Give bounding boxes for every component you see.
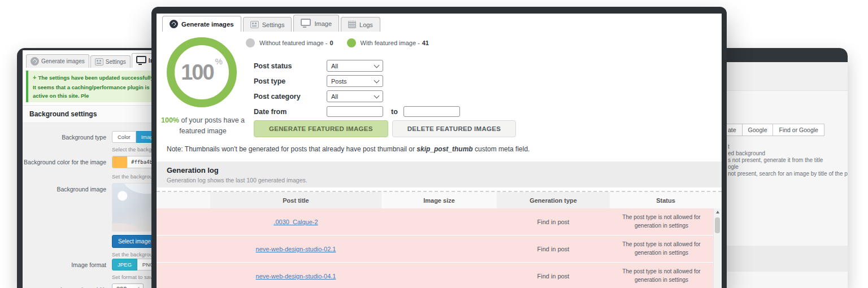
field-background-color: Background color for the image #ffba4b S…	[23, 156, 164, 180]
green-dot-icon	[347, 38, 356, 47]
donut-caption: 100% of your posts have a featured image	[160, 115, 246, 137]
delete-featured-images-button[interactable]: DELETE FEATURED IMAGES	[392, 120, 516, 137]
left-tab-settings[interactable]: Settings	[90, 55, 131, 68]
field-label: Background type	[23, 131, 112, 152]
log-table-header: Post title Image size Generation type St…	[157, 192, 722, 208]
donut-percent-value: 100	[181, 60, 213, 85]
left-tab-bar: Generate images Settings Image Logs	[23, 50, 164, 68]
post-title-link[interactable]: .0030_Calque-2	[274, 219, 318, 225]
select-image-button[interactable]: Select image	[112, 235, 157, 248]
legend-without-featured: Without featured image - 0	[246, 38, 333, 47]
table-scrollbar[interactable]	[713, 208, 721, 288]
width-input[interactable]	[115, 285, 134, 288]
thumbnails-note: Note: Thumbnails won't be generated for …	[167, 145, 530, 153]
main-tab-bar: Generate images Settings Image Logs	[157, 14, 722, 32]
header-generation-type: Generation type	[497, 192, 610, 208]
post-status-select[interactable]: All	[327, 60, 383, 72]
gray-dot-icon	[246, 38, 255, 47]
description-line: not present, search for an image by titl…	[728, 171, 848, 177]
tab-logs[interactable]: Logs	[341, 17, 380, 32]
main-window-content: Generate images Settings Image Logs 100	[157, 14, 722, 288]
generate-featured-images-button[interactable]: GENERATE FEATURED IMAGES	[254, 120, 388, 137]
left-tab-label: Generate images	[41, 58, 85, 64]
filter-date-range: Date from to	[254, 104, 460, 119]
segment-option-google[interactable]: Google	[742, 124, 774, 136]
status-cell: The post type is not allowed for generat…	[610, 263, 713, 288]
tab-label: Settings	[262, 21, 285, 28]
tab-image[interactable]: Image	[293, 15, 339, 32]
donut-legend: Without featured image - 0 With featured…	[246, 38, 429, 47]
header-status: Status	[610, 192, 722, 208]
generation-log-caption: Generation log shows the last 100 genera…	[167, 177, 711, 184]
plus-icon: +	[33, 74, 36, 81]
post-title-link[interactable]: neve-web-design-studio-04.1	[256, 273, 336, 280]
header-post-title: Post title	[210, 192, 381, 208]
generation-log-header: Generation log Generation log shows the …	[157, 162, 722, 187]
date-from-input[interactable]	[327, 106, 383, 117]
image-size-cell	[381, 208, 497, 235]
width-stepper: ▲▼	[112, 283, 144, 288]
tab-settings[interactable]: Settings	[243, 17, 292, 32]
plugin-logo-icon	[170, 20, 178, 28]
header-spacer	[157, 192, 210, 208]
section-title: Background settings	[23, 105, 164, 123]
scrollbar-thumb[interactable]	[715, 217, 720, 233]
image-icon	[301, 19, 311, 26]
post-category-select[interactable]: All	[327, 90, 383, 102]
plugin-logo-icon	[31, 57, 39, 66]
left-window-content: Generate images Settings Image Logs +The…	[23, 50, 164, 288]
featured-image-donut-chart: 100 %	[167, 37, 237, 107]
chevron-down-icon	[374, 93, 380, 98]
tab-label: Logs	[359, 21, 373, 28]
left-tab-label: Settings	[106, 59, 126, 65]
status-cell: The post type is not allowed for generat…	[610, 235, 713, 262]
generation-type-descriptions: t ed background s not present, generate …	[728, 144, 848, 178]
field-background-image: Background image Select image Set the ba…	[23, 183, 164, 258]
filter-post-type: Post type Posts	[254, 73, 460, 89]
field-background-type: Background type Color Image Select the b…	[23, 131, 164, 152]
main-window: Generate images Settings Image Logs 100	[151, 7, 727, 288]
color-swatch	[112, 156, 127, 168]
generation-type-cell: Find in post	[497, 235, 610, 262]
notice-line-2: It seems that a caching/performance plug…	[33, 83, 156, 100]
description-line: s not present, generate it from the titl…	[728, 158, 848, 164]
tab-label: Generate images	[181, 21, 234, 28]
description-line: ogle	[728, 164, 848, 171]
background-settings-form: Background type Color Image Select the b…	[23, 123, 164, 288]
segment-option-find-or-google[interactable]: Find or Google	[772, 124, 824, 136]
filter-post-category: Post category All	[254, 89, 460, 104]
generate-images-page: 100 % 100% of your posts have a featured…	[157, 32, 722, 288]
status-cell: The post type is not allowed for generat…	[610, 208, 713, 235]
generation-type-cell: Find in post	[497, 263, 610, 288]
log-table-body: .0030_Calque-2 Find in post The post typ…	[157, 208, 713, 288]
header-image-size: Image size	[381, 192, 497, 208]
image-icon	[136, 56, 146, 63]
stage: Generate images Settings Image Logs +The…	[0, 0, 868, 288]
scroll-up-icon[interactable]	[714, 208, 721, 216]
filters: Post status All Post type Posts	[254, 58, 460, 119]
tab-generate-images[interactable]: Generate images	[162, 16, 241, 32]
table-row: neve-web-design-studio-02.1 Find in post…	[157, 235, 713, 263]
date-to-input[interactable]	[403, 106, 460, 117]
field-image-format: Image format JPEG PNG Set format to save…	[23, 259, 164, 280]
left-window: Generate images Settings Image Logs +The…	[17, 48, 164, 288]
color-picker[interactable]: #ffba4b	[112, 156, 157, 168]
table-row: neve-web-design-studio-04.1 Find in post…	[157, 263, 713, 288]
settings-icon	[250, 21, 259, 28]
description-line: t	[728, 144, 848, 150]
post-type-select[interactable]: Posts	[327, 75, 383, 87]
left-tab-generate-images[interactable]: Generate images	[26, 54, 89, 68]
generation-log-title: Generation log	[167, 166, 711, 174]
post-title-link[interactable]: neve-web-design-studio-02.1	[256, 246, 336, 252]
image-size-cell	[381, 263, 497, 288]
format-jpeg-option[interactable]: JPEG	[112, 259, 137, 270]
field-label: Background image	[23, 183, 112, 258]
filter-post-status: Post status All	[254, 58, 460, 73]
background-type-color-option[interactable]: Color	[112, 131, 136, 143]
description-line: ed background	[728, 151, 848, 157]
field-label: Background color for the image	[23, 156, 112, 180]
image-size-cell	[381, 235, 497, 262]
chevron-down-icon	[374, 62, 380, 68]
field-image-width: Image size: width ▲▼ px Set width of the…	[23, 283, 164, 288]
action-buttons: GENERATE FEATURED IMAGES DELETE FEATURED…	[254, 120, 516, 137]
